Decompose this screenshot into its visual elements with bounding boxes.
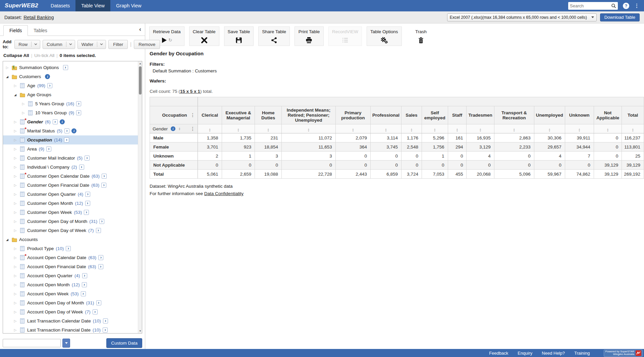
powered-by[interactable]: Powered by SuperSTAR WingArc Australia: [604, 350, 643, 357]
sort-icon[interactable]: ▲▼: [385, 128, 387, 132]
expand-arrow[interactable]: ▷: [5, 66, 9, 69]
column-sort-cell[interactable]: ▲▼: [222, 124, 255, 133]
tree-item[interactable]: ▷ Account Open Quarter (4) ›: [3, 271, 138, 280]
tree-item[interactable]: ◢ Accounts: [3, 235, 138, 244]
expand-arrow[interactable]: ◢: [5, 238, 9, 241]
tab-graph-view[interactable]: Graph View: [110, 0, 147, 11]
expand-arrow[interactable]: ▷: [13, 319, 17, 323]
cell-count-link[interactable]: 15 x 5 x 1: [180, 89, 200, 94]
field-nav-button[interactable]: ›: [85, 192, 90, 197]
collapse-all-link[interactable]: Collapse All: [3, 53, 29, 58]
sort-icon[interactable]: ▲▼: [352, 128, 354, 132]
scroll-up-icon[interactable]: ▲: [138, 61, 142, 66]
expand-arrow[interactable]: ▷: [13, 147, 17, 151]
row-dimension-cell[interactable]: Genderi▲▼⋮: [150, 124, 198, 133]
column-sort-cell[interactable]: ▲▼: [594, 124, 622, 133]
field-nav-button[interactable]: ›: [76, 101, 81, 106]
tree-item[interactable]: ▷ Occupation (14) ›: [3, 135, 138, 144]
column-sort-cell[interactable]: ▲▼: [255, 124, 282, 133]
sort-icon[interactable]: ▲▼: [632, 128, 634, 132]
custom-data-dropdown-button[interactable]: [62, 339, 70, 348]
tree-item[interactable]: ▷ Last Transaction Calendar Date (10) ›: [3, 316, 138, 325]
column-sort-cell[interactable]: ▲▼: [494, 124, 534, 133]
chevron-down-icon[interactable]: [97, 42, 106, 47]
expand-arrow[interactable]: ▷: [13, 156, 17, 160]
tree-item[interactable]: ▷ Account Open Week (53) ›: [3, 289, 138, 298]
sort-icon[interactable]: ▲▼: [548, 128, 550, 132]
tree-item[interactable]: ▷ Product Type (10) ›: [3, 244, 138, 253]
row-options-icon[interactable]: ⋮: [190, 126, 195, 131]
info-icon[interactable]: i: [45, 74, 50, 79]
expand-arrow[interactable]: ▷: [13, 211, 17, 214]
tree-item[interactable]: ▷ 10 Years Group (9) ›: [3, 108, 138, 117]
column-header[interactable]: Self employed: [422, 106, 448, 124]
field-nav-button[interactable]: ›: [85, 201, 90, 206]
column-sort-cell[interactable]: ▲▼: [282, 124, 336, 133]
tree-item[interactable]: ◢ Age Groups: [3, 90, 138, 99]
scroll-down-icon[interactable]: ▼: [138, 329, 142, 333]
search-box[interactable]: [568, 2, 618, 10]
expand-arrow[interactable]: ▷: [13, 292, 17, 296]
expand-arrow[interactable]: ▷: [13, 84, 17, 87]
column-header[interactable]: Executive & Managerial: [222, 106, 255, 124]
save-table-button[interactable]: Save Table: [224, 26, 254, 46]
sort-icon[interactable]: ▲▼: [607, 128, 609, 132]
column-sort-cell[interactable]: ▲▼: [448, 124, 467, 133]
expand-arrow[interactable]: ◢: [13, 93, 17, 97]
field-nav-button[interactable]: ›: [66, 246, 71, 251]
field-nav-button[interactable]: ›: [96, 300, 101, 305]
add-to-wafer-button[interactable]: Wafer: [77, 40, 106, 49]
training-link[interactable]: Training: [574, 351, 590, 356]
custom-data-button[interactable]: Custom Data: [106, 338, 142, 348]
tree-item[interactable]: ▷ Customer Open Quarter (4) ›: [3, 190, 138, 199]
field-nav-button[interactable]: ›: [99, 219, 104, 224]
expand-arrow[interactable]: ▷: [13, 247, 17, 250]
data-confidentiality-link[interactable]: Data Confidentiality: [204, 191, 244, 196]
collapse-sidebar-icon[interactable]: ‹: [139, 26, 141, 32]
tab-fields[interactable]: Fields: [3, 25, 28, 36]
field-nav-button[interactable]: ›: [46, 146, 51, 152]
field-nav-button[interactable]: ›: [96, 228, 101, 233]
share-table-button[interactable]: Share Table: [258, 26, 290, 46]
tree-item[interactable]: ▷ Account Open Month (12) ›: [3, 280, 138, 289]
column-sort-cell[interactable]: ▲▼: [401, 124, 422, 133]
tab-table-view[interactable]: Table View: [75, 0, 110, 11]
tree-item[interactable]: ▷ Account Open Financial Date (63) ›: [3, 262, 138, 271]
untick-all-link[interactable]: Un-tick All: [34, 53, 54, 58]
column-sort-cell[interactable]: ▲▼: [371, 124, 401, 133]
column-sort-cell[interactable]: ▲▼: [534, 124, 565, 133]
search-icon[interactable]: [611, 3, 616, 8]
search-input[interactable]: [570, 3, 611, 8]
column-header[interactable]: Primary production: [335, 106, 370, 124]
help-icon[interactable]: ?: [623, 3, 629, 9]
tree-item[interactable]: ▷ Area (9) ›: [3, 144, 138, 154]
field-nav-button[interactable]: ›: [76, 110, 81, 115]
field-nav-button[interactable]: ›: [63, 65, 68, 70]
info-icon[interactable]: i: [71, 128, 76, 133]
row-header[interactable]: Total: [150, 170, 198, 179]
sort-icon[interactable]: ▲▼: [178, 127, 180, 131]
expand-arrow[interactable]: ▷: [13, 138, 17, 142]
sort-icon[interactable]: ▲▼: [237, 128, 239, 132]
field-nav-button[interactable]: ›: [93, 309, 98, 314]
field-nav-button[interactable]: ›: [64, 137, 69, 142]
column-header[interactable]: Transport & Recreation: [494, 106, 534, 124]
enquiry-link[interactable]: Enquiry: [518, 351, 532, 356]
expand-arrow[interactable]: ▷: [21, 111, 25, 115]
field-nav-button[interactable]: ›: [103, 318, 108, 323]
tree-item[interactable]: ▷ Customer Open Day of Month (31) ›: [3, 217, 138, 226]
sort-icon[interactable]: ▲▼: [513, 128, 515, 132]
sort-icon[interactable]: ▲▼: [456, 128, 458, 132]
row-header[interactable]: Male: [150, 133, 198, 142]
expand-arrow[interactable]: ▷: [13, 274, 17, 278]
column-sort-cell[interactable]: ▲▼: [467, 124, 494, 133]
tree-item[interactable]: ▷ * Marital Status (5) › i: [3, 126, 138, 135]
column-header[interactable]: Unknown: [565, 106, 594, 124]
expand-arrow[interactable]: ▷: [13, 265, 17, 269]
overflow-menu-icon[interactable]: ⋮: [634, 3, 639, 9]
expand-arrow[interactable]: ▷: [13, 310, 17, 314]
expand-arrow[interactable]: ▷: [13, 220, 17, 223]
tree-item[interactable]: ▷ * Account Open Calendar Date (63) ›: [3, 253, 138, 262]
remove-button[interactable]: Remove: [134, 40, 160, 49]
download-table-button[interactable]: Download Table: [600, 13, 640, 21]
